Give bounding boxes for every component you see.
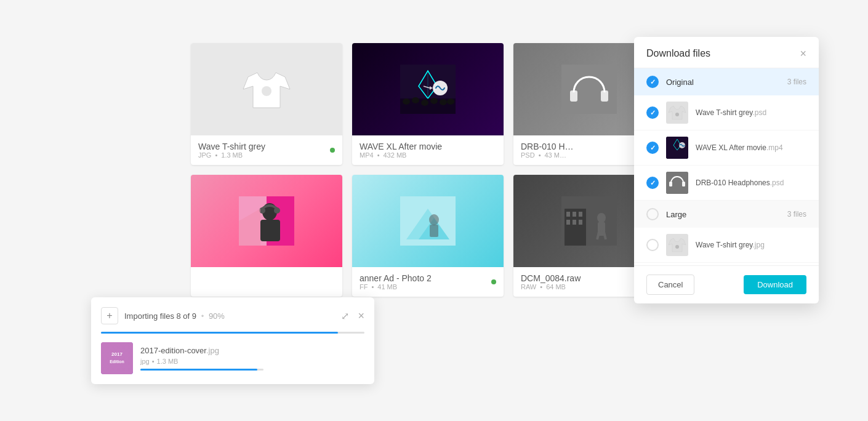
- download-modal: Download files × Original 3 files Wave T…: [634, 37, 819, 303]
- svg-point-5: [412, 97, 419, 103]
- section-original-checkbox[interactable]: [646, 76, 659, 88]
- card-title: anner Ad - Photo 2: [360, 273, 432, 283]
- status-dot-green: [330, 148, 335, 153]
- section-original[interactable]: Original 3 files: [634, 68, 819, 95]
- svg-rect-19: [260, 220, 280, 241]
- card-meta: FF • 41 MB: [360, 283, 432, 291]
- import-close-button[interactable]: ×: [358, 310, 364, 323]
- svg-rect-35: [579, 220, 582, 225]
- svg-rect-27: [430, 225, 438, 237]
- file-row-tshirt-psd: Wave T-shirt grey.psd: [634, 95, 819, 130]
- import-title: Importing files 8 of 9 • 90%: [124, 311, 332, 321]
- file-checkbox-drb-psd[interactable]: [646, 177, 659, 189]
- section-large[interactable]: Large 3 files: [634, 201, 819, 228]
- card-title: DRB-010 H…: [521, 142, 574, 151]
- svg-point-4: [403, 98, 410, 105]
- import-filename: 2017-edition-cover.jpg: [140, 346, 364, 355]
- svg-rect-32: [579, 212, 582, 217]
- svg-point-46: [675, 245, 679, 249]
- file-thumb-wave-mp4: [666, 137, 688, 159]
- card-info: anner Ad - Photo 2 FF • 41 MB: [352, 267, 504, 297]
- svg-point-6: [421, 100, 428, 106]
- file-thumb-tshirt-psd: [666, 102, 688, 124]
- modal-close-button[interactable]: ×: [800, 48, 806, 59]
- svg-rect-33: [566, 220, 570, 225]
- svg-point-21: [274, 207, 280, 214]
- import-file-info: 2017-edition-cover.jpg jpg • 1.3 MB: [140, 346, 364, 371]
- import-add-button[interactable]: +: [101, 307, 118, 324]
- modal-footer: Cancel Download: [634, 265, 819, 303]
- file-thumb-tshirt-jpg: [666, 234, 688, 256]
- file-row-tshirt-jpg: Wave T-shirt grey.jpg: [634, 228, 819, 263]
- section-original-count: 3 files: [787, 78, 806, 86]
- card-meta: PSD • 43 M…: [521, 151, 574, 159]
- import-thumb: 2017 Edition: [101, 342, 133, 374]
- card-thumb-tshirt: [191, 43, 342, 135]
- file-name-drb-psd: DRB-010 Headphones.psd: [696, 178, 806, 187]
- file-row-drb-psd: DRB-010 Headphones.psd: [634, 166, 819, 201]
- import-filemeta: jpg • 1.3 MB: [140, 358, 364, 365]
- file-name-wave-mp4: WAVE XL After movie.mp4: [696, 143, 806, 152]
- card-title: Wave T-shirt grey: [198, 142, 265, 151]
- card-info: [191, 267, 342, 279]
- status-dot-green: [491, 279, 496, 284]
- svg-point-8: [440, 99, 447, 105]
- card-thumb-concert: [352, 43, 504, 135]
- section-large-count: 3 files: [787, 210, 806, 219]
- svg-point-26: [429, 214, 439, 225]
- card-wave-xl: WAVE XL After movie MP4 • 432 MB: [352, 43, 504, 165]
- card-meta: JPG • 1.3 MB: [198, 151, 265, 159]
- modal-body: Original 3 files Wave T-shirt grey.psd: [634, 68, 819, 265]
- svg-rect-15: [601, 90, 608, 102]
- section-large-label: Large: [666, 210, 780, 219]
- import-progress-fill: [101, 332, 338, 334]
- svg-rect-45: [682, 182, 685, 186]
- card-info: WAVE XL After movie MP4 • 432 MB: [352, 135, 504, 165]
- modal-title: Download files: [646, 48, 710, 59]
- card-girl-headphones: [191, 175, 342, 297]
- card-thumb-girl: [191, 175, 342, 267]
- svg-point-0: [262, 86, 271, 96]
- card-thumb-banner: [352, 175, 504, 267]
- file-checkbox-tshirt-psd[interactable]: [646, 106, 659, 119]
- card-title: WAVE XL After movie: [360, 142, 442, 151]
- import-file-progress-fill: [140, 369, 257, 371]
- card-info: Wave T-shirt grey JPG • 1.3 MB: [191, 135, 342, 165]
- card-meta: MP4 • 432 MB: [360, 151, 442, 159]
- file-checkbox-wave-mp4[interactable]: [646, 142, 659, 154]
- svg-text:Edition: Edition: [110, 359, 124, 364]
- section-large-checkbox[interactable]: [646, 208, 659, 220]
- svg-text:2017: 2017: [111, 351, 123, 357]
- import-panel: + Importing files 8 of 9 • 90% ⤢ × 2017: [91, 297, 374, 384]
- card-title: DCM_0084.raw: [521, 273, 581, 283]
- svg-point-36: [597, 213, 606, 223]
- file-row-wave-mp4: WAVE XL After movie.mp4: [634, 130, 819, 166]
- svg-rect-30: [566, 212, 570, 217]
- svg-point-7: [430, 98, 438, 104]
- svg-rect-50: [101, 342, 133, 374]
- file-checkbox-tshirt-jpg[interactable]: [646, 239, 659, 251]
- import-progress-track: [101, 332, 364, 334]
- modal-header: Download files ×: [634, 37, 819, 68]
- import-expand-button[interactable]: ⤢: [339, 310, 352, 322]
- svg-rect-41: [666, 137, 688, 159]
- file-name-tshirt-psd: Wave T-shirt grey.psd: [696, 108, 806, 117]
- svg-rect-34: [573, 220, 576, 225]
- card-meta: RAW • 64 MB: [521, 283, 581, 291]
- file-name-tshirt-jpg: Wave T-shirt grey.jpg: [696, 241, 806, 249]
- import-header: + Importing files 8 of 9 • 90% ⤢ ×: [101, 307, 364, 324]
- card-banner-ad: anner Ad - Photo 2 FF • 41 MB: [352, 175, 504, 297]
- download-button[interactable]: Download: [744, 275, 806, 294]
- cancel-button[interactable]: Cancel: [646, 275, 694, 295]
- import-file-row: 2017 Edition 2017-edition-cover.jpg jpg …: [101, 342, 364, 374]
- card-wave-tshirt: Wave T-shirt grey JPG • 1.3 MB: [191, 43, 342, 165]
- svg-rect-44: [669, 182, 672, 186]
- svg-rect-31: [573, 212, 576, 217]
- svg-point-9: [447, 98, 454, 105]
- svg-point-40: [675, 113, 679, 116]
- file-thumb-drb-psd: [666, 172, 688, 194]
- section-original-label: Original: [666, 78, 780, 87]
- svg-rect-13: [561, 65, 617, 114]
- svg-rect-14: [570, 90, 577, 102]
- separator: •: [201, 311, 204, 321]
